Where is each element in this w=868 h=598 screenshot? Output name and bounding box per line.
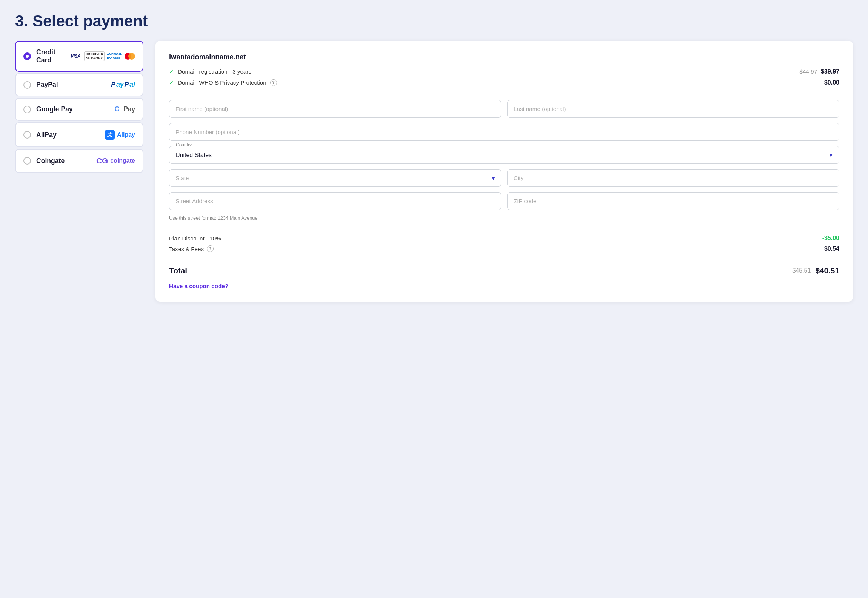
g-letter-icon: G bbox=[114, 105, 120, 113]
current-price-0: $39.97 bbox=[821, 68, 839, 75]
radio-credit-card bbox=[23, 52, 31, 60]
taxes-label: Taxes & Fees bbox=[169, 246, 204, 252]
name-row bbox=[169, 100, 839, 118]
radio-google-pay bbox=[23, 106, 31, 113]
street-input[interactable] bbox=[169, 192, 501, 210]
order-item-0-left: ✓ Domain registration - 3 years bbox=[169, 68, 251, 75]
order-item-1-left: ✓ Domain WHOIS Privacy Protection ? bbox=[169, 79, 277, 86]
payment-option-paypal-left: PayPal bbox=[23, 81, 58, 89]
discover-icon: DISCOVERNETWORK bbox=[84, 51, 105, 61]
page-title: 3. Select payment bbox=[15, 12, 853, 30]
zip-input[interactable] bbox=[507, 192, 839, 210]
total-original-price: $45.51 bbox=[792, 267, 811, 274]
checkmark-icon-0: ✓ bbox=[169, 68, 174, 75]
credit-card-label: Credit Card bbox=[36, 48, 69, 64]
order-item-1: ✓ Domain WHOIS Privacy Protection ? $0.0… bbox=[169, 79, 839, 86]
paypal-icon-ay: ay bbox=[116, 81, 124, 89]
paypal-logo: P ay P al bbox=[111, 81, 135, 89]
coingate-logo: CG coingate bbox=[96, 156, 135, 165]
order-item-0: ✓ Domain registration - 3 years $44.97 $… bbox=[169, 68, 839, 75]
total-current-price: $40.51 bbox=[815, 266, 839, 275]
street-field bbox=[169, 192, 501, 210]
credit-card-logos: VISA DISCOVERNETWORK AMERICANEXPRESS bbox=[69, 51, 135, 61]
payment-option-alipay-left: AliPay bbox=[23, 131, 57, 139]
amex-icon: AMERICANEXPRESS bbox=[107, 53, 122, 60]
order-item-1-label: Domain WHOIS Privacy Protection bbox=[178, 79, 266, 86]
discount-value: -$5.00 bbox=[822, 235, 839, 242]
order-item-0-price: $44.97 $39.97 bbox=[800, 68, 839, 75]
payment-option-coingate[interactable]: Coingate CG coingate bbox=[15, 149, 143, 173]
visa-icon: VISA bbox=[69, 53, 82, 60]
state-city-row: State California New York Texas ▼ bbox=[169, 169, 839, 187]
paypal-label: PayPal bbox=[36, 81, 58, 89]
first-name-input[interactable] bbox=[169, 100, 501, 118]
payment-methods-panel: Credit Card VISA DISCOVERNETWORK AMERICA… bbox=[15, 41, 143, 173]
google-pay-label: Google Pay bbox=[36, 105, 73, 113]
zip-field bbox=[507, 192, 839, 210]
original-price-0: $44.97 bbox=[800, 68, 817, 75]
taxes-value: $0.54 bbox=[824, 245, 839, 252]
checkmark-icon-1: ✓ bbox=[169, 79, 174, 86]
alipay-text-icon: Alipay bbox=[117, 131, 135, 138]
first-name-field bbox=[169, 100, 501, 118]
last-name-input[interactable] bbox=[507, 100, 839, 118]
payment-option-alipay[interactable]: AliPay 支 Alipay bbox=[15, 122, 143, 147]
discount-label: Plan Discount - 10% bbox=[169, 235, 221, 242]
alipay-a-icon: 支 bbox=[107, 132, 112, 138]
gpay-text-icon: Pay bbox=[122, 105, 135, 113]
alipay-logo: 支 Alipay bbox=[105, 130, 135, 140]
divider-1 bbox=[169, 93, 839, 93]
main-layout: Credit Card VISA DISCOVERNETWORK AMERICA… bbox=[15, 41, 853, 302]
radio-alipay bbox=[23, 131, 31, 139]
payment-option-coingate-left: Coingate bbox=[23, 157, 65, 165]
paypal-icon-pal: P bbox=[125, 81, 129, 89]
divider-3 bbox=[169, 259, 839, 259]
mastercard-icon bbox=[125, 53, 135, 60]
gpay-logo: G Pay bbox=[114, 105, 135, 113]
radio-coingate bbox=[23, 157, 31, 165]
last-name-field bbox=[507, 100, 839, 118]
country-field: Country United States United Kingdom Can… bbox=[169, 146, 839, 164]
current-price-1: $0.00 bbox=[824, 79, 839, 86]
coingate-text-icon: coingate bbox=[110, 157, 135, 164]
address-row bbox=[169, 192, 839, 210]
alipay-square-icon: 支 bbox=[105, 130, 115, 140]
payment-option-gpay-left: Google Pay bbox=[23, 105, 73, 113]
total-prices: $45.51 $40.51 bbox=[792, 266, 839, 275]
help-icon-taxes[interactable]: ? bbox=[207, 245, 214, 252]
payment-option-left: Credit Card bbox=[23, 48, 69, 64]
phone-field bbox=[169, 123, 839, 141]
discount-row: Plan Discount - 10% -$5.00 bbox=[169, 235, 839, 242]
coingate-label: Coingate bbox=[36, 157, 65, 165]
payment-option-credit-card[interactable]: Credit Card VISA DISCOVERNETWORK AMERICA… bbox=[15, 41, 143, 72]
order-panel: iwantadomainname.net ✓ Domain registrati… bbox=[155, 41, 853, 302]
country-select-wrapper: United States United Kingdom Canada ▼ bbox=[169, 146, 839, 164]
coingate-c-icon: CG bbox=[96, 156, 108, 165]
payment-option-google-pay[interactable]: Google Pay G Pay bbox=[15, 98, 143, 121]
phone-input[interactable] bbox=[169, 123, 839, 141]
taxes-label-wrap: Taxes & Fees ? bbox=[169, 245, 214, 252]
paypal-icon-p: P bbox=[111, 81, 115, 89]
paypal-icon-al: al bbox=[129, 81, 135, 89]
radio-paypal bbox=[23, 81, 31, 89]
taxes-row: Taxes & Fees ? $0.54 bbox=[169, 245, 839, 252]
state-select[interactable]: State California New York Texas bbox=[169, 169, 501, 187]
state-field: State California New York Texas ▼ bbox=[169, 169, 501, 187]
payment-option-paypal[interactable]: PayPal P ay P al bbox=[15, 73, 143, 96]
order-item-1-price: $0.00 bbox=[824, 79, 839, 86]
help-icon-whois[interactable]: ? bbox=[270, 79, 277, 86]
alipay-label: AliPay bbox=[36, 131, 57, 139]
country-select[interactable]: United States United Kingdom Canada bbox=[169, 146, 839, 164]
domain-name: iwantadomainname.net bbox=[169, 53, 839, 61]
coupon-link[interactable]: Have a coupon code? bbox=[169, 283, 228, 289]
total-row: Total $45.51 $40.51 bbox=[169, 266, 839, 275]
city-input[interactable] bbox=[507, 169, 839, 187]
city-field bbox=[507, 169, 839, 187]
order-item-0-label: Domain registration - 3 years bbox=[178, 68, 251, 75]
street-hint: Use this street format: 1234 Main Avenue bbox=[169, 215, 839, 221]
total-label: Total bbox=[169, 266, 187, 275]
divider-2 bbox=[169, 228, 839, 228]
